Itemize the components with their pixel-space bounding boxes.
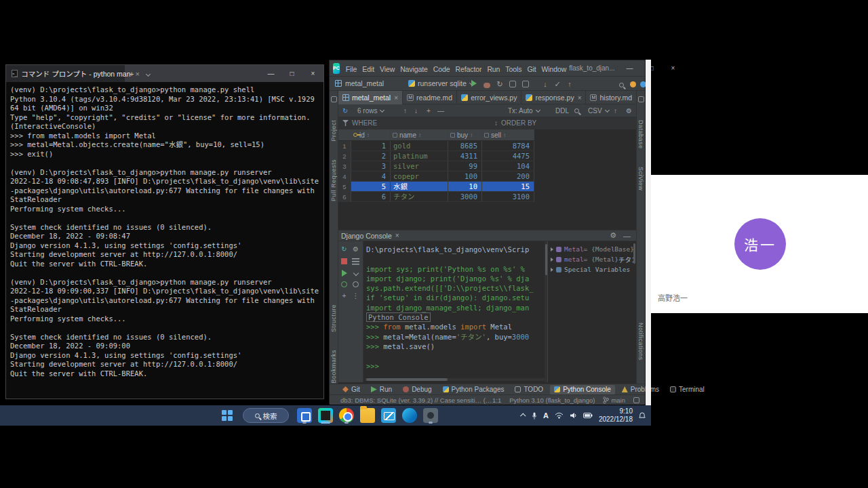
- pycharm-close-button[interactable]: ×: [663, 60, 684, 77]
- editor-tab-response-py[interactable]: response.py×: [521, 91, 586, 104]
- toolwindow-debug[interactable]: Debug: [399, 385, 435, 394]
- git-update-icon[interactable]: ↓: [541, 80, 549, 88]
- terminal-output[interactable]: (venv) D:\projects\flask_to_django>pytho…: [6, 82, 323, 399]
- menu-refactor[interactable]: Refactor: [453, 65, 485, 73]
- taskbar-app-pycharm[interactable]: [317, 407, 334, 424]
- add-console-icon[interactable]: +: [340, 292, 348, 300]
- menu-view[interactable]: View: [377, 65, 397, 73]
- taskbar-app-recorder[interactable]: [422, 407, 439, 424]
- menu-file[interactable]: File: [343, 65, 360, 73]
- profiler-icon[interactable]: [521, 81, 530, 89]
- notification-bell-icon[interactable]: [639, 412, 646, 420]
- console-panel-header[interactable]: Django Console × ⚙ —: [338, 230, 636, 241]
- tray-overflow-icon[interactable]: [520, 413, 526, 418]
- volume-icon[interactable]: [570, 412, 577, 419]
- project-icon[interactable]: [331, 96, 337, 102]
- chevron-right-icon[interactable]: [551, 268, 553, 272]
- toolwindow-problems[interactable]: Problems: [618, 385, 663, 394]
- terminal-tab[interactable]: >_ コマンド プロンプト - python man ×: [6, 65, 125, 82]
- delete-row-icon[interactable]: —: [437, 106, 444, 115]
- console-settings-icon[interactable]: ⚙: [352, 245, 359, 253]
- menu-edit[interactable]: Edit: [359, 65, 377, 73]
- sidebar-item-project[interactable]: Project: [330, 120, 337, 142]
- menu-git[interactable]: Git: [524, 65, 538, 73]
- new-tab-button[interactable]: +: [125, 70, 138, 78]
- order-by-input[interactable]: ↕ ORDER BY: [494, 119, 536, 127]
- breadcrumb[interactable]: metal_metal: [335, 79, 384, 87]
- microphone-icon[interactable]: [532, 412, 537, 420]
- table-row[interactable]: 55水銀1015: [338, 182, 534, 192]
- variable-row[interactable]: Metal = {ModelBase} <cla: [548, 244, 633, 254]
- variable-row[interactable]: metal = {Metal} チタン: [548, 254, 633, 264]
- console-settings-icon[interactable]: ⚙: [610, 231, 616, 240]
- rerun-icon[interactable]: ↻: [340, 245, 348, 253]
- taskbar-app-edge[interactable]: [401, 407, 418, 424]
- pycharm-minimize-button[interactable]: —: [619, 60, 641, 77]
- export-data-icon[interactable]: ↑: [614, 106, 617, 115]
- where-filter-input[interactable]: WHERE: [342, 119, 377, 127]
- menu-run[interactable]: Run: [484, 65, 502, 73]
- event-log-icon[interactable]: [633, 397, 639, 403]
- toolwindow-python-console[interactable]: Python Console: [550, 385, 615, 394]
- attach-debugger-icon[interactable]: [341, 281, 347, 287]
- taskbar-app-chrome[interactable]: [338, 407, 355, 424]
- console-horizontal-scrollbar[interactable]: [365, 378, 545, 381]
- menu-navigate[interactable]: Navigate: [397, 65, 431, 73]
- taskbar-app-mail[interactable]: [380, 407, 397, 424]
- git-commit-icon[interactable]: ✓: [553, 80, 561, 88]
- run-button[interactable]: [470, 80, 478, 88]
- gradle-icon[interactable]: [638, 96, 644, 102]
- toolwindow-run[interactable]: Run: [367, 385, 396, 394]
- chevron-right-icon[interactable]: [551, 247, 553, 251]
- grid-search-icon[interactable]: [574, 106, 579, 115]
- variable-row[interactable]: Special Variables: [548, 264, 633, 274]
- terminal-minimize-button[interactable]: —: [260, 65, 281, 82]
- sidebar-item-bookmarks[interactable]: Bookmarks: [330, 350, 337, 384]
- more-options-icon[interactable]: ⋮: [352, 292, 359, 300]
- console-close-icon[interactable]: ×: [395, 232, 399, 239]
- variables-scrollbar[interactable]: [633, 243, 635, 264]
- terminal-maximize-button[interactable]: □: [281, 65, 302, 82]
- editor-tab-readme-md[interactable]: Mreadme.md: [403, 91, 457, 104]
- ime-indicator[interactable]: A: [543, 411, 549, 420]
- export-format-select[interactable]: CSV: [588, 106, 609, 115]
- sidebar-item-database[interactable]: Database: [637, 120, 644, 149]
- terminal-titlebar[interactable]: >_ コマンド プロンプト - python man × + — □ ×: [6, 65, 323, 82]
- sidebar-item-notifications[interactable]: Notifications: [637, 323, 644, 361]
- taskbar-clock[interactable]: 9:10 2022/12/18: [599, 407, 633, 424]
- search-everywhere-icon[interactable]: [617, 81, 625, 89]
- table-row[interactable]: 44copepr100200: [338, 171, 534, 182]
- chevron-right-icon[interactable]: [551, 258, 553, 262]
- git-branch-indicator[interactable]: main: [603, 396, 625, 404]
- pycharm-maximize-button[interactable]: □: [641, 60, 663, 77]
- column-header-buy[interactable]: buy ↕: [448, 129, 482, 140]
- menu-tools[interactable]: Tools: [502, 65, 524, 73]
- caret-position[interactable]: 1:1: [492, 396, 501, 404]
- git-push-icon[interactable]: ↑: [566, 80, 574, 88]
- wifi-icon[interactable]: [555, 412, 564, 419]
- menu-window[interactable]: Window: [539, 65, 570, 73]
- editor-tab-metal-metal[interactable]: metal_metal×: [338, 91, 403, 104]
- toolwindow-git[interactable]: Git: [338, 385, 364, 394]
- column-header-name[interactable]: name ↕: [391, 129, 448, 140]
- taskbar-search[interactable]: 検索: [243, 408, 289, 423]
- table-row[interactable]: 66チタン30003100: [338, 192, 534, 202]
- coverage-icon[interactable]: [509, 81, 517, 89]
- history-icon[interactable]: [353, 281, 359, 287]
- close-tab-icon[interactable]: ×: [578, 94, 582, 102]
- column-header-id[interactable]: id ↕: [351, 129, 391, 140]
- battery-icon[interactable]: [583, 413, 593, 418]
- taskbar-app-meet[interactable]: [296, 407, 313, 424]
- transaction-mode-select[interactable]: Tx: Auto: [508, 106, 540, 115]
- reload-data-icon[interactable]: ↻: [342, 106, 348, 115]
- sidebar-item-sciview[interactable]: SciView: [637, 167, 644, 190]
- toolwindow-todo[interactable]: TODO: [511, 385, 547, 394]
- soft-wrap-icon[interactable]: [352, 258, 359, 265]
- tab-dropdown-icon[interactable]: [138, 70, 155, 78]
- next-page-icon[interactable]: ↓: [414, 106, 418, 115]
- toolwindow-terminal[interactable]: Terminal: [666, 385, 709, 394]
- grid-settings-icon[interactable]: ⚙: [626, 106, 632, 115]
- stop-icon[interactable]: [341, 258, 347, 264]
- console-minimize-icon[interactable]: —: [623, 232, 631, 240]
- close-tab-icon[interactable]: ×: [394, 94, 398, 102]
